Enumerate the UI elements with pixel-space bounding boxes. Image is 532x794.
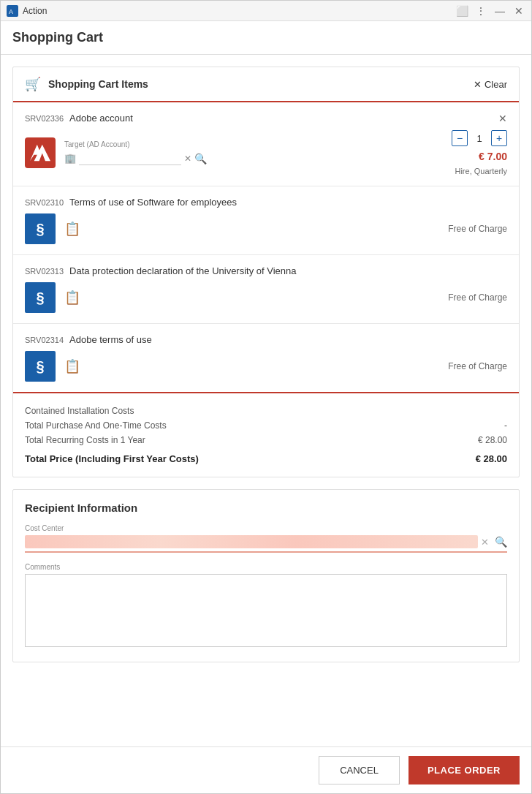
cost-center-label: Cost Center [25, 524, 507, 532]
shopping-cart-card: 🛒 Shopping Cart Items ✕ Clear SRV02336 A… [12, 67, 520, 477]
item-free-adobe-terms: Free of Charge [448, 361, 507, 371]
cart-icon: 🛒 [25, 76, 41, 92]
item-right-adobe-terms: Free of Charge [448, 361, 507, 371]
clear-x-icon: ✕ [474, 79, 482, 90]
page-title: Shopping Cart [1, 21, 531, 55]
item-right-data-protection: Free of Charge [448, 292, 507, 303]
total-row-recurring: Total Recurring Costs in 1 Year € 28.00 [25, 433, 507, 447]
cost-center-search-icon[interactable]: 🔍 [495, 536, 507, 548]
item-name-adobe: Adobe account [69, 113, 133, 124]
target-clear-icon[interactable]: ✕ [184, 154, 191, 164]
cost-center-value [25, 535, 478, 548]
cart-item-adobe-terms: SRV02314 Adobe terms of use § 📋 Free of … [13, 324, 519, 392]
close-icon[interactable]: ✕ [512, 4, 525, 18]
total-value-purchase: - [504, 420, 507, 431]
item-right-terms: Free of Charge [448, 224, 507, 234]
cost-center-icons: ✕ 🔍 [481, 536, 507, 548]
titlebar-app-name: Action [23, 6, 455, 16]
item-body-data-protection: § 📋 Free of Charge [25, 282, 507, 313]
comments-label: Comments [25, 563, 507, 571]
target-search-icon[interactable]: 🔍 [194, 153, 207, 165]
item-name-row-data-protection: SRV02313 Data protection declaration of … [25, 265, 297, 276]
item-header-terms: SRV02310 Terms of use of Software for em… [25, 197, 507, 208]
total-row-final: Total Price (Including First Year Costs)… [25, 450, 507, 466]
item-id-terms: SRV02310 [25, 198, 64, 207]
item-header-adobe: SRV02336 Adobe account ✕ [25, 113, 507, 124]
total-label-purchase: Total Purchase And One-Time Costs [25, 420, 167, 431]
total-label-final: Total Price (Including First Year Costs) [25, 453, 199, 464]
item-header-adobe-terms: SRV02314 Adobe terms of use [25, 334, 507, 345]
titlebar: A Action ⬜ ⋮ — ✕ [1, 1, 531, 21]
clear-button[interactable]: ✕ Clear [474, 79, 507, 90]
footer: CANCEL PLACE ORDER [1, 746, 531, 793]
cart-item-adobe: SRV02336 Adobe account ✕ Target (AD Acco… [13, 102, 519, 186]
cart-header-left: 🛒 Shopping Cart Items [25, 76, 148, 92]
total-value-recurring: € 28.00 [478, 435, 507, 445]
item-close-adobe[interactable]: ✕ [498, 113, 507, 124]
item-name-adobe-terms: Adobe terms of use [69, 334, 152, 345]
total-row-purchase: Total Purchase And One-Time Costs - [25, 418, 507, 433]
item-id-adobe: SRV02336 [25, 114, 64, 123]
cancel-button[interactable]: CANCEL [319, 756, 400, 784]
cart-header-title: Shopping Cart Items [48, 78, 148, 90]
doc-icon-terms: 📋 [64, 222, 80, 236]
content-area: 🛒 Shopping Cart Items ✕ Clear SRV02336 A… [1, 55, 531, 746]
item-price-adobe: € 7.00 [479, 151, 507, 162]
svg-text:A: A [9, 8, 13, 15]
doc-icon-adobe-terms: 📋 [64, 359, 80, 374]
total-label-recurring: Total Recurring Costs in 1 Year [25, 435, 145, 445]
total-label-installation: Contained Installation Costs [25, 406, 134, 416]
item-price-detail-adobe: Hire, Quarterly [455, 167, 507, 175]
recipient-title: Recipient Information [25, 502, 507, 514]
cost-center-input-row: ✕ 🔍 [25, 535, 507, 553]
item-name-terms: Terms of use of Software for employees [69, 197, 237, 208]
minimize-icon[interactable]: — [493, 4, 506, 18]
item-free-terms: Free of Charge [448, 224, 507, 234]
doc-icon-data-protection: 📋 [64, 290, 80, 305]
item-name-data-protection: Data protection declaration of the Unive… [69, 265, 297, 276]
clear-label: Clear [484, 79, 507, 90]
quantity-control: − 1 + [452, 130, 507, 146]
cart-header: 🛒 Shopping Cart Items ✕ Clear [13, 67, 519, 102]
titlebar-controls: ⬜ ⋮ — ✕ [455, 4, 525, 18]
item-name-row-adobe-terms: SRV02314 Adobe terms of use [25, 334, 152, 345]
adobe-icon [25, 137, 56, 168]
target-input-field[interactable] [79, 151, 181, 165]
item-details-data-protection: 📋 [64, 290, 439, 306]
item-body-adobe-terms: § 📋 Free of Charge [25, 351, 507, 382]
item-body-terms: § 📋 Free of Charge [25, 213, 507, 244]
recipient-card: Recipient Information Cost Center ✕ 🔍 Co… [12, 489, 520, 662]
restore-icon[interactable]: ⬜ [455, 4, 468, 18]
item-name-row-adobe: SRV02336 Adobe account [25, 113, 133, 124]
section-icon-adobe-terms: § [25, 351, 56, 382]
item-name-row-terms: SRV02310 Terms of use of Software for em… [25, 197, 237, 208]
more-icon[interactable]: ⋮ [474, 4, 487, 18]
place-order-button[interactable]: PLACE ORDER [408, 756, 520, 784]
cart-item-data-protection: SRV02313 Data protection declaration of … [13, 255, 519, 324]
qty-value: 1 [472, 133, 487, 144]
cart-item-terms: SRV02310 Terms of use of Software for em… [13, 186, 519, 255]
item-id-data-protection: SRV02313 [25, 267, 64, 276]
section-icon-data-protection: § [25, 282, 56, 313]
section-icon-terms: § [25, 213, 56, 244]
item-body-adobe: Target (AD Account) 🏢 ✕ 🔍 − 1 + [25, 130, 507, 175]
item-header-data-protection: SRV02313 Data protection declaration of … [25, 265, 507, 276]
qty-increase-btn[interactable]: + [491, 130, 507, 146]
item-details-adobe: Target (AD Account) 🏢 ✕ 🔍 [64, 140, 443, 165]
qty-decrease-btn[interactable]: − [452, 130, 468, 146]
target-label: Target (AD Account) [64, 140, 443, 148]
item-details-adobe-terms: 📋 [64, 358, 439, 374]
target-input-row: 🏢 ✕ 🔍 [64, 151, 443, 165]
totals-section: Contained Installation Costs Total Purch… [13, 392, 519, 477]
comments-textarea[interactable] [25, 574, 507, 647]
target-lookup-icon: 🏢 [64, 153, 76, 164]
app-icon: A [7, 5, 18, 17]
item-right-adobe: − 1 + € 7.00 Hire, Quarterly [452, 130, 507, 175]
item-id-adobe-terms: SRV02314 [25, 336, 64, 344]
item-free-data-protection: Free of Charge [448, 292, 507, 303]
cost-center-clear-icon[interactable]: ✕ [481, 537, 489, 548]
total-row-installation: Contained Installation Costs [25, 404, 507, 418]
item-details-terms: 📋 [64, 221, 439, 237]
total-value-final: € 28.00 [476, 453, 507, 464]
